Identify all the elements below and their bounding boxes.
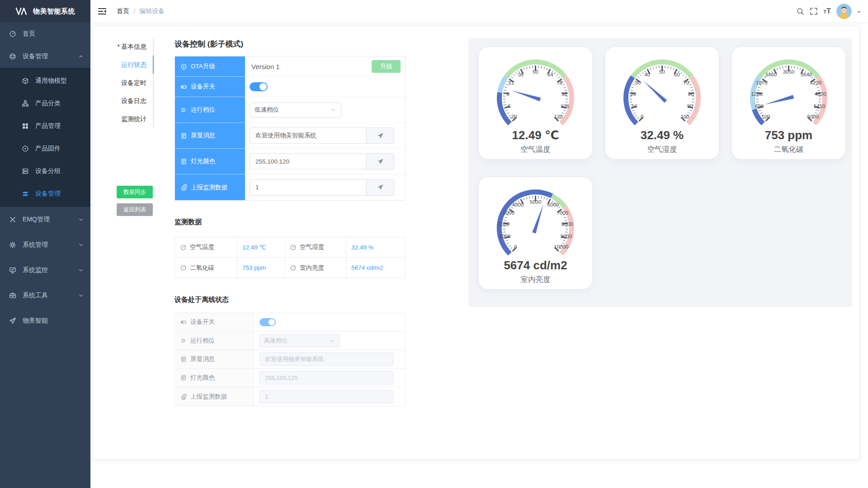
svg-text:90: 90 (687, 103, 693, 109)
tab-设备定时[interactable]: 设备定时 (93, 74, 153, 92)
tab-运行状态[interactable]: 运行状态 (93, 56, 153, 74)
send-report-button[interactable] (366, 179, 394, 196)
gauge-chart: -20-68223650647892106120 (479, 51, 592, 129)
message-input[interactable] (250, 127, 366, 144)
tab-监测统计[interactable]: 监测统计 (93, 110, 153, 128)
send-icon (377, 184, 384, 191)
offline-row-power: 设备开关 (175, 313, 405, 332)
paperclip-icon (180, 394, 187, 400)
sidebar-item-system-management[interactable]: 系统管理 (0, 232, 90, 258)
field-label: 设备开关 (190, 318, 215, 326)
monitor-data-table: 空气温度12.49 ℃空气湿度32.49 %二氧化碳753 ppm室内亮度567… (175, 237, 406, 278)
offline-label-gear: 运行档位 (175, 332, 254, 350)
search-icon[interactable] (796, 7, 804, 15)
shadow-row-color: 灯光颜色 (175, 149, 405, 174)
sidebar-item-label: 物美智能 (23, 317, 48, 325)
svg-text:5000: 5000 (530, 199, 542, 205)
gauge-panel: -20-6822365064789210612012.49 ℃空气温度01020… (468, 38, 852, 307)
svg-text:4000: 4000 (512, 202, 524, 207)
shadow-panel-title: 设备控制 (影子模式) (175, 39, 243, 49)
back-to-list-button[interactable]: 返回列表 (117, 203, 153, 216)
svg-text:64: 64 (547, 72, 553, 77)
sidebar-item-product-management[interactable]: 产品管理 (0, 115, 90, 137)
font-size-icon[interactable]: TT (823, 7, 831, 16)
paper-plane-icon (9, 317, 16, 324)
monitor-label: 空气湿度 (285, 237, 346, 258)
shadow-label-report: 上报监测数据 (175, 174, 245, 200)
sidebar-item-wumei-smart[interactable]: 物美智能 (0, 308, 90, 333)
svg-text:36: 36 (518, 72, 524, 77)
avatar[interactable] (836, 4, 852, 19)
send-message-button[interactable] (366, 127, 394, 144)
tab-label: 监测统计 (121, 115, 146, 122)
gauge-title: 二氧化碳 (732, 145, 845, 155)
monitor-value: 753 ppm (237, 258, 285, 278)
svg-text:92: 92 (561, 91, 567, 97)
svg-text:30: 30 (635, 80, 641, 85)
report-input[interactable] (250, 179, 366, 196)
app-logo[interactable]: 物美智能系统 (0, 0, 90, 23)
monitor-value: 12.49 ℃ (237, 237, 285, 258)
svg-text:5410: 5410 (814, 103, 826, 109)
caret-down-icon[interactable] (857, 11, 861, 15)
sidebar-item-system-tools[interactable]: 系统工具 (0, 283, 90, 308)
field-label: 屏显消息 (191, 131, 215, 140)
sidebar-item-system-monitor[interactable]: 系统监控 (0, 258, 90, 283)
shadow-row-power: 设备开关 (175, 77, 405, 97)
gauge-title: 空气温度 (479, 145, 592, 155)
top-navbar: 首页/编辑设备 TT (90, 0, 868, 23)
select-value: 低速档位 (255, 106, 279, 114)
svg-text:10000: 10000 (554, 244, 569, 249)
breadcrumb-item[interactable]: 首页 (117, 7, 129, 15)
field-label: 上报监测数据 (191, 183, 227, 192)
gauge-value: 753 ppm (732, 129, 845, 141)
hamburger-icon[interactable] (98, 7, 107, 16)
svg-text:3000: 3000 (503, 210, 514, 216)
svg-text:0: 0 (641, 114, 643, 119)
field-label: 灯光颜色 (190, 374, 215, 382)
sidebar-item-home[interactable]: 首页 (0, 23, 90, 45)
gear-level-select[interactable]: 低速档位 (250, 103, 341, 117)
svg-text:0: 0 (514, 244, 517, 249)
chevron-down-icon (78, 292, 84, 299)
offline-report-input (259, 390, 393, 404)
sidebar-item-product-firmware[interactable]: 产品固件 (0, 137, 90, 160)
monitor-label-text: 室内亮度 (300, 264, 324, 272)
sidebar-item-device-management[interactable]: 设备管理 (0, 45, 90, 68)
gauge-card-4: 0100020003000400050006000700080009000100… (478, 177, 593, 290)
tab-设备日志[interactable]: 设备日志 (93, 92, 153, 110)
offline-control-gear: 高速档位 (254, 332, 405, 350)
sidebar-item-label: 设备管理 (23, 52, 48, 61)
shadow-row-message: 屏显消息 (175, 123, 405, 149)
svg-text:40: 40 (644, 72, 650, 77)
shadow-value-power (245, 77, 405, 97)
tab-基本信息[interactable]: *基本信息 (93, 38, 153, 56)
svg-text:2460: 2460 (765, 72, 777, 77)
sidebar-item-device-list[interactable]: 设备管理 (0, 183, 90, 205)
report-input-group (250, 179, 394, 196)
svg-text:6000: 6000 (807, 114, 819, 119)
sidebar-item-emq-management[interactable]: EMQ管理 (0, 207, 90, 232)
sidebar-item-thing-model[interactable]: 通用物模型 (0, 70, 90, 92)
shadow-value-gear: 低速档位 (245, 97, 405, 123)
tab-label: 设备日志 (121, 97, 146, 104)
device-power-toggle[interactable] (250, 82, 268, 91)
shadow-label-gear: 运行档位 (175, 97, 245, 123)
chevron-down-icon (329, 338, 335, 344)
navbar-tools: TT (796, 0, 868, 23)
chevron-down-icon (78, 267, 84, 273)
sidebar-item-device-group[interactable]: 设备分组 (0, 160, 90, 183)
sidebar-item-product-category[interactable]: 产品分类 (0, 92, 90, 115)
monitor-value: 5674 cd/m2 (346, 258, 406, 278)
color-input[interactable] (250, 153, 366, 169)
monitor-label-text: 空气温度 (190, 243, 214, 251)
sitemap-icon (22, 100, 29, 107)
svg-text:78: 78 (557, 80, 562, 85)
fullscreen-icon[interactable] (810, 7, 818, 15)
sidebar-item-label: 产品分类 (35, 99, 61, 108)
send-color-button[interactable] (366, 153, 394, 169)
breadcrumb-item: 编辑设备 (139, 7, 165, 15)
send-icon (377, 132, 384, 139)
upgrade-button[interactable]: 升级 (372, 60, 401, 73)
data-sync-button[interactable]: 数据同步 (117, 186, 153, 198)
